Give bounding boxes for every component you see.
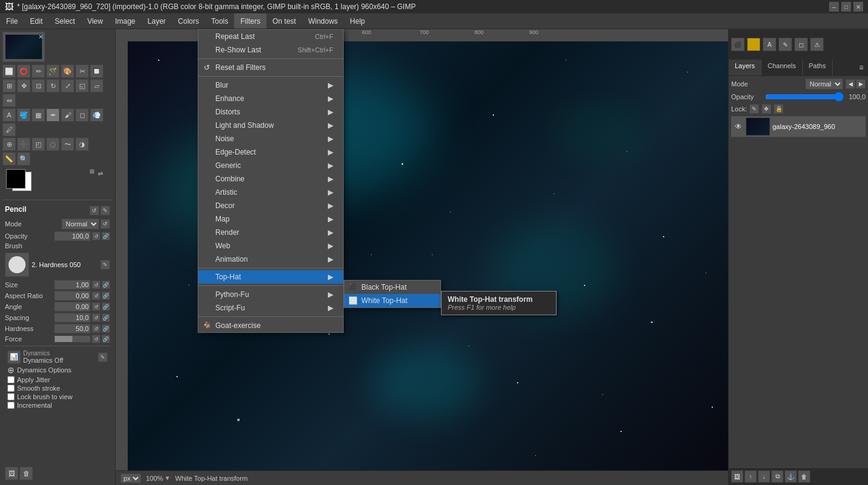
layer-visibility-icon[interactable]: 👁 [734,122,743,131]
menu-map[interactable]: Map ▶ [198,212,343,226]
layers-mode-up[interactable]: ▶ [856,79,866,89]
menu-view[interactable]: View [81,13,109,29]
tool-airbrush[interactable]: 💨 [90,108,103,122]
tool-perspective-clone[interactable]: ◰ [32,138,45,151]
right-icon-6[interactable]: ⚠ [810,38,824,51]
tool-rotate[interactable]: ↻ [46,79,60,92]
tool-shear[interactable]: ◱ [75,79,89,92]
layers-mode-down[interactable]: ◀ [845,79,855,89]
brush-preview[interactable] [5,253,29,277]
menu-file[interactable]: File [0,13,24,29]
menu-light-shadow[interactable]: Light and Shadow ▶ [198,119,343,132]
mode-reset-icon[interactable]: ↺ [100,219,110,229]
right-icon-1[interactable]: ⬛ [731,38,745,51]
minimize-button[interactable]: – [829,2,839,12]
aspect-input[interactable] [54,291,91,301]
menu-select[interactable]: Select [49,13,81,29]
menu-goat-exercise[interactable]: 🐐 Goat-exercise [198,319,343,332]
menu-help[interactable]: Help [344,13,371,29]
foreground-color-swatch[interactable] [6,169,26,189]
hardness-chain[interactable]: 🔗 [102,324,110,333]
tool-blend[interactable]: ▦ [32,108,45,122]
layers-opacity-slider[interactable] [765,92,844,102]
layers-mode-select[interactable]: Normal [805,79,843,89]
tool-dodge-burn[interactable]: ◑ [75,138,89,151]
menu-blur[interactable]: Blur ▶ [198,79,343,92]
tool-measure[interactable]: 📏 [2,152,16,166]
menu-repeat-last[interactable]: Repeat Last Ctrl+F [198,30,343,43]
layers-menu-icon[interactable]: ≡ [855,60,868,75]
menu-animation[interactable]: Animation ▶ [198,253,343,266]
aspect-chain[interactable]: 🔗 [102,291,110,300]
menu-edit[interactable]: Edit [24,13,49,29]
swap-colors-icon[interactable]: ⇄ [98,170,103,177]
hardness-input[interactable] [54,324,91,333]
tab-channels[interactable]: Channels [762,60,802,75]
zoom-control[interactable]: 100% ▼ [146,475,170,482]
tool-eraser[interactable]: ◻ [75,108,89,122]
tool-scale[interactable]: ⤢ [61,79,74,92]
layer-item[interactable]: 👁 galaxy-2643089_960 [731,116,866,137]
tool-foreground-select[interactable]: 🔲 [90,65,103,78]
menu-image[interactable]: Image [109,13,141,29]
brush-edit[interactable]: ✎ [100,260,110,270]
tool-flip[interactable]: ⇔ [2,94,16,107]
menu-script-fu[interactable]: Script-Fu ▶ [198,301,343,315]
menu-noise[interactable]: Noise ▶ [198,132,343,145]
right-icon-5[interactable]: ◻ [794,38,808,51]
layer-anchor-icon[interactable]: ⚓ [785,470,797,483]
menu-generic[interactable]: Generic ▶ [198,159,343,172]
tool-options-reset[interactable]: ↺ [89,206,99,215]
tool-select-by-color[interactable]: 🎨 [61,65,74,78]
tool-blur-sharpen[interactable]: ◌ [46,138,60,151]
tool-scissors[interactable]: ✂ [75,65,89,78]
close-button[interactable]: ✕ [853,2,863,12]
tool-options-edit[interactable]: ✎ [100,206,110,215]
right-icon-3[interactable]: A [763,38,776,51]
smooth-stroke-checkbox[interactable] [7,385,15,392]
opacity-input[interactable] [54,231,91,241]
tool-paintbrush[interactable]: 🖌 [61,108,74,122]
maximize-button[interactable]: □ [841,2,851,12]
tool-free-select[interactable]: ✏ [32,65,45,78]
layer-new-icon[interactable]: 🖼 [731,470,743,483]
lock-brush-checkbox[interactable] [7,393,15,400]
layer-raise-icon[interactable]: ↑ [745,470,757,483]
size-input[interactable] [54,280,91,290]
spacing-chain[interactable]: 🔗 [102,313,110,322]
tool-bucket-fill[interactable]: 🪣 [17,108,30,122]
menu-colors[interactable]: Colors [172,13,206,29]
spacing-input[interactable] [54,313,91,323]
hardness-reset[interactable]: ↺ [92,324,100,333]
layer-delete-icon[interactable]: 🗑 [798,470,810,483]
delete-icon[interactable]: 🗑 [19,467,33,480]
tool-move[interactable]: ✥ [17,79,30,92]
menu-artistic[interactable]: Artistic ▶ [198,186,343,199]
menu-python-fu[interactable]: Python-Fu ▶ [198,288,343,301]
size-reset[interactable]: ↺ [92,281,100,289]
tab-layers[interactable]: Layers [729,60,762,75]
tool-ink[interactable]: 🖊 [2,123,16,136]
size-chain[interactable]: 🔗 [102,281,110,289]
tool-zoom[interactable]: 🔍 [17,152,30,166]
tool-perspective[interactable]: ▱ [90,79,103,92]
menu-enhance[interactable]: Enhance ▶ [198,92,343,105]
tool-pencil[interactable]: ✒ [46,108,60,122]
menu-web[interactable]: Web ▶ [198,239,343,253]
force-reset[interactable]: ↺ [92,335,100,343]
menu-render[interactable]: Render ▶ [198,226,343,239]
menu-filters[interactable]: Filters [234,13,266,29]
spacing-reset[interactable]: ↺ [92,313,100,322]
menu-reset-filters[interactable]: ↺ Reset all Filters [198,61,343,74]
menu-decor[interactable]: Decor ▶ [198,199,343,212]
menu-ontest[interactable]: On test [266,13,302,29]
unit-select[interactable]: px % [120,473,141,483]
tool-smudge[interactable]: 〜 [61,138,74,151]
angle-reset[interactable]: ↺ [92,302,100,311]
menu-edge-detect[interactable]: Edge-Detect ▶ [198,145,343,159]
dynamics-edit[interactable]: ✎ [98,352,108,362]
dynamics-options-row[interactable]: ⊕ Dynamics Options [7,365,108,375]
lock-pixels-icon[interactable]: ✎ [749,104,759,114]
aspect-reset[interactable]: ↺ [92,291,100,300]
right-icon-2[interactable] [747,38,760,51]
